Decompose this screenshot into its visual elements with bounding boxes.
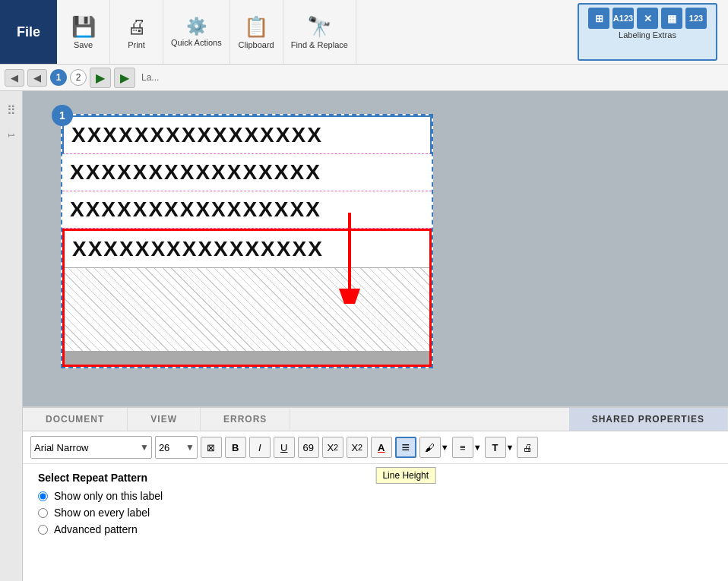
navigation-bar: ◀ ◀ 1 2 ▶ ▶ La... (0, 65, 728, 91)
underline-button[interactable]: U (274, 437, 295, 458)
nav-next-button[interactable]: ▶ (90, 68, 111, 88)
select-repeat-section: Select Repeat Pattern Show only on this … (23, 464, 728, 548)
tab-document[interactable]: DOCUMENT (23, 408, 128, 431)
labeling-extras-label: Labeling Extras (619, 30, 676, 39)
radio-option-2[interactable]: Show on every label (38, 507, 713, 519)
bottom-panel: DOCUMENT VIEW ERRORS SHARED PROPERTIES ▼… (23, 406, 728, 581)
find-replace-icon: 🔭 (307, 15, 331, 39)
nav-prev2-button[interactable]: ◀ (27, 69, 47, 87)
superscript-button[interactable]: X2 (347, 437, 368, 458)
le-icon-4: ▦ (661, 8, 682, 29)
gray-bar (65, 351, 429, 365)
clipboard-label: Clipboard (239, 40, 274, 49)
radio-advanced[interactable] (38, 525, 48, 535)
format-toolbar: ▼ ▼ ⊠ B I U 69 X2 X2 A ≡ Line Height (23, 431, 728, 464)
nav-prev-button[interactable]: ◀ (5, 69, 24, 87)
nav-page-2[interactable]: 2 (70, 69, 87, 86)
le-icon-1: ⊞ (588, 8, 609, 29)
radio-label-1: Show only on this label (54, 490, 163, 502)
quick-actions-group[interactable]: ⚙️ Quick Actions (163, 0, 230, 64)
find-replace-group[interactable]: 🔭 Find & Replace (283, 0, 356, 64)
nav-next2-button[interactable]: ▶ (114, 68, 135, 88)
text-resize-button[interactable]: ⊠ (201, 437, 222, 458)
print-group[interactable]: 🖨 Print (110, 0, 163, 64)
font-name-container: ▼ (30, 436, 152, 459)
labeling-extras-group[interactable]: ⊞ A123 ✕ ▦ 123 Labeling Extras (578, 3, 717, 61)
le-icon-5: 123 (685, 8, 707, 29)
label-number: 1 (52, 105, 73, 126)
tab-view[interactable]: VIEW (128, 408, 201, 431)
grid-icon: ⠿ (4, 97, 19, 124)
main-area: ⠿ 1 1 XXXXXXXXXXXXXXXX XXXXXXXXXXXXXXXX … (0, 91, 728, 581)
print-format-button[interactable]: 🖨 (517, 437, 538, 458)
radio-option-3[interactable]: Advanced pattern (38, 523, 713, 535)
bottom-tabs: DOCUMENT VIEW ERRORS SHARED PROPERTIES (23, 408, 728, 431)
label-row-4[interactable]: XXXXXXXXXXXXXXXX (65, 231, 429, 267)
line-height-container: ≡ Line Height (395, 437, 416, 458)
clipboard-group[interactable]: 📋 Clipboard (230, 0, 283, 64)
hatch-area (65, 267, 429, 351)
align-button[interactable]: ≡ (452, 437, 473, 458)
label-canvas: 1 XXXXXXXXXXXXXXXX XXXXXXXXXXXXXXXX XXXX… (61, 114, 433, 368)
bold-button[interactable]: B (225, 437, 246, 458)
label-row-3[interactable]: XXXXXXXXXXXXXXXX (62, 191, 432, 229)
highlight-button[interactable]: 🖌 (419, 437, 441, 458)
save-group[interactable]: 💾 Save (57, 0, 110, 64)
text-format-btn-group: T ▼ (485, 437, 514, 458)
main-toolbar: File 💾 Save 🖨 Print ⚙️ Quick Actions 📋 C… (0, 0, 728, 65)
file-button[interactable]: File (0, 0, 57, 64)
print-icon: 🖨 (127, 15, 147, 39)
align-dropdown[interactable]: ▼ (473, 443, 482, 452)
tab-errors[interactable]: ERRORS (201, 408, 290, 431)
canvas-area: 1 XXXXXXXXXXXXXXXX XXXXXXXXXXXXXXXX XXXX… (23, 91, 728, 406)
nav-page-1[interactable]: 1 (50, 69, 67, 86)
radio-label-3: Advanced pattern (54, 523, 138, 535)
size-dropdown-arrow[interactable]: ▼ (183, 442, 197, 453)
left-sidebar: ⠿ 1 (0, 91, 23, 581)
font-dropdown-arrow[interactable]: ▼ (138, 442, 151, 453)
text-format-dropdown[interactable]: ▼ (506, 443, 514, 452)
labeling-extras-icons: ⊞ A123 ✕ ▦ 123 (588, 8, 707, 29)
subscript-button[interactable]: X2 (322, 437, 343, 458)
radio-label-2: Show on every label (54, 507, 150, 519)
find-replace-label: Find & Replace (291, 40, 348, 49)
text-format-button[interactable]: T (485, 437, 506, 458)
label-row-1[interactable]: XXXXXXXXXXXXXXXX (62, 115, 432, 154)
save-label: Save (74, 40, 93, 49)
radio-option-1[interactable]: Show only on this label (38, 490, 713, 502)
le-icon-2: A123 (612, 8, 634, 29)
radio-show-only[interactable] (38, 491, 48, 501)
red-bordered-section: XXXXXXXXXXXXXXXX (62, 229, 432, 367)
font-color-button[interactable]: A (371, 437, 392, 458)
font-name-input[interactable] (31, 437, 138, 458)
italic-button[interactable]: I (249, 437, 271, 458)
highlight-btn-group: 🖌 ▼ (419, 437, 449, 458)
align-btn-group: ≡ ▼ (452, 437, 482, 458)
nav-label-indicator: La... (141, 72, 159, 83)
clipboard-icon: 📋 (244, 15, 268, 39)
font-size-input[interactable] (156, 437, 183, 458)
label-row-2[interactable]: XXXXXXXXXXXXXXXX (62, 154, 432, 191)
tab-shared-properties[interactable]: SHARED PROPERTIES (569, 408, 728, 431)
radio-show-every[interactable] (38, 508, 48, 518)
quick-actions-icon: ⚙️ (186, 17, 207, 36)
print-label: Print (128, 40, 145, 49)
font-size-container: ▼ (155, 436, 198, 459)
save-icon: 💾 (71, 15, 96, 39)
select-repeat-title: Select Repeat Pattern (38, 472, 713, 484)
highlight-dropdown[interactable]: ▼ (441, 443, 449, 452)
le-icon-3: ✕ (637, 8, 658, 29)
char-width-button[interactable]: 69 (298, 437, 319, 458)
line-height-button[interactable]: ≡ (395, 437, 416, 458)
content-area: 1 XXXXXXXXXXXXXXXX XXXXXXXXXXXXXXXX XXXX… (23, 91, 728, 581)
quick-actions-label: Quick Actions (171, 38, 222, 47)
row-num-indicator: 1 (7, 133, 16, 137)
